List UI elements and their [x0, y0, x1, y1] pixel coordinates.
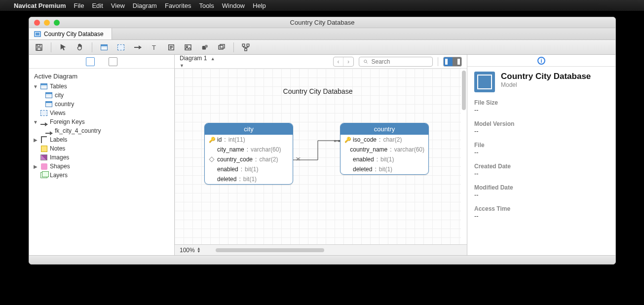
inspector-subtitle: Model: [501, 81, 591, 88]
field-name: country_code: [217, 156, 253, 163]
menu-view[interactable]: View: [111, 2, 125, 9]
disclosure-icon[interactable]: ▼: [33, 84, 38, 89]
field-type: bit(1): [245, 166, 258, 173]
sidebar-group-fks[interactable]: ▼ Foreign Keys: [29, 117, 174, 126]
sidebar-label: Labels: [50, 136, 67, 143]
field-row[interactable]: country_name: varchar(60): [341, 145, 428, 154]
field-row[interactable]: city_name: varchar(60): [205, 145, 293, 154]
info-tab[interactable]: i: [537, 57, 545, 65]
disclosure-icon[interactable]: ▶: [33, 137, 38, 143]
hand-tool[interactable]: [75, 42, 85, 52]
menu-file[interactable]: File: [74, 2, 84, 9]
menu-help[interactable]: Help: [253, 2, 266, 9]
cardinality-many-icon: ⪤: [294, 155, 301, 163]
field-row[interactable]: 🔑iso_code: char(2): [341, 135, 428, 145]
field-row[interactable]: country_code: char(2): [205, 154, 293, 164]
sidebar-group-images[interactable]: Images: [29, 153, 174, 162]
svg-rect-2: [37, 47, 41, 50]
prop-access-time: Access Time--: [474, 205, 608, 220]
menu-window[interactable]: Window: [222, 2, 245, 9]
canvas-panel: Diagram 1 ▲▼ ‹ ›: [175, 55, 467, 255]
close-window-button[interactable]: [34, 20, 40, 26]
field-name: id: [217, 136, 222, 143]
menubar[interactable]: Navicat Premium File Edit View Diagram F…: [0, 0, 644, 11]
toggle-left-panel[interactable]: [444, 57, 453, 66]
diagram-canvas[interactable]: Country City Database city 🔑id: int(11) …: [175, 69, 461, 244]
disclosure-icon[interactable]: ▶: [33, 164, 38, 169]
svg-rect-8: [185, 44, 191, 50]
vertical-scrollbar[interactable]: [462, 71, 466, 110]
prop-modified-date: Modified Date--: [474, 184, 608, 198]
sidebar-tab-structure[interactable]: [86, 57, 95, 66]
image-tool[interactable]: [183, 42, 193, 52]
layer-tool[interactable]: [217, 42, 227, 52]
pointer-tool[interactable]: [58, 42, 68, 52]
entity-city[interactable]: city 🔑id: int(11) city_name: varchar(60)…: [204, 123, 293, 185]
sidebar-item-country[interactable]: country: [29, 100, 174, 109]
zoom-selector[interactable]: 100% ▲▼: [180, 247, 201, 254]
sidebar-group-layers[interactable]: Layers: [29, 171, 174, 180]
sidebar-tab-properties[interactable]: [109, 57, 117, 66]
sidebar: Active Diagram ▼ Tables city country: [29, 55, 175, 255]
shape-tool[interactable]: [200, 42, 210, 52]
prop-model-version: Model Version--: [474, 120, 608, 135]
svg-rect-16: [245, 48, 247, 51]
auto-layout-button[interactable]: [241, 42, 251, 52]
field-type: bit(1): [243, 176, 257, 183]
table-tool[interactable]: [99, 42, 109, 52]
image-icon: [40, 154, 47, 160]
field-row[interactable]: enabled: bit(1): [205, 164, 293, 174]
disclosure-icon[interactable]: ▼: [33, 119, 38, 125]
inspector-panel: i Country City Database Model File Size-…: [467, 55, 615, 255]
menu-favorites[interactable]: Favorites: [165, 2, 191, 9]
nav-forward-button[interactable]: ›: [343, 57, 353, 66]
diagram-selector[interactable]: Diagram 1 ▲▼: [180, 55, 215, 69]
menu-tools[interactable]: Tools: [199, 2, 214, 9]
sidebar-group-shapes[interactable]: ▶ Shapes: [29, 162, 174, 171]
field-row[interactable]: 🔑id: int(11): [205, 135, 293, 145]
fullscreen-window-button[interactable]: [54, 20, 60, 26]
sidebar-group-views[interactable]: Views: [29, 109, 174, 117]
canvas-toolbar: Diagram 1 ▲▼ ‹ ›: [175, 55, 467, 69]
sidebar-group-tables[interactable]: ▼ Tables: [29, 82, 174, 91]
note-tool[interactable]: [166, 42, 176, 52]
toggle-right-panel[interactable]: [453, 57, 461, 66]
entity-country[interactable]: country 🔑iso_code: char(2) country_name:…: [340, 123, 429, 175]
sidebar-label: country: [55, 101, 74, 108]
document-tab[interactable]: Country City Database: [29, 28, 112, 39]
label-tool[interactable]: T: [150, 42, 159, 52]
save-button[interactable]: [34, 42, 44, 52]
foreign-key-tool[interactable]: [133, 42, 143, 52]
search-field[interactable]: [359, 57, 433, 67]
minimize-window-button[interactable]: [44, 20, 50, 26]
field-name: city_name: [217, 146, 244, 153]
svg-line-18: [367, 62, 368, 63]
field-row[interactable]: enabled: bit(1): [341, 154, 428, 164]
field-row[interactable]: deleted: bit(1): [205, 174, 293, 184]
note-icon: [41, 146, 47, 152]
search-input[interactable]: [372, 58, 429, 65]
horizontal-scrollbar[interactable]: [216, 248, 324, 252]
main-toolbar: T: [29, 40, 615, 55]
field-row[interactable]: deleted: bit(1): [341, 164, 428, 174]
sidebar-label: Layers: [50, 172, 68, 179]
table-icon: [45, 101, 52, 107]
svg-rect-12: [219, 45, 223, 49]
app-name[interactable]: Navicat Premium: [14, 2, 66, 9]
titlebar[interactable]: Country City Database: [29, 17, 615, 28]
menu-diagram[interactable]: Diagram: [133, 2, 157, 9]
sidebar-group-labels[interactable]: ▶ Labels: [29, 135, 174, 144]
nav-back-button[interactable]: ‹: [334, 57, 343, 66]
sidebar-group-notes[interactable]: Notes: [29, 144, 174, 153]
sidebar-heading: Active Diagram: [29, 71, 174, 82]
view-tool[interactable]: [116, 42, 126, 52]
sidebar-label: Images: [50, 154, 69, 161]
entity-header: country: [341, 123, 428, 135]
menu-edit[interactable]: Edit: [92, 2, 103, 9]
sidebar-item-fk[interactable]: fk_city_4_country: [29, 126, 174, 135]
sidebar-item-city[interactable]: city: [29, 91, 174, 100]
prop-file: File--: [474, 142, 608, 156]
sidebar-label: city: [55, 92, 64, 99]
panel-toggle: [443, 57, 462, 67]
inspector-tabs: i: [467, 55, 615, 67]
